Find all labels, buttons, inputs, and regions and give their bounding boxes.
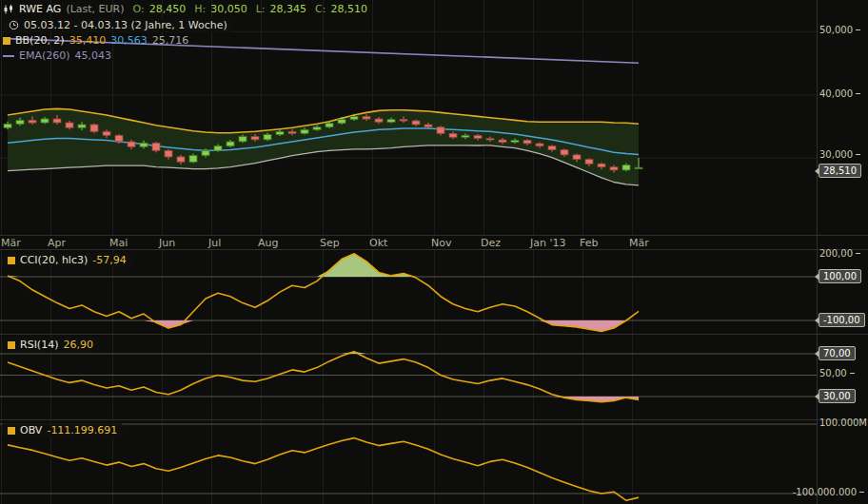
cci-icon: [8, 257, 15, 264]
obv-legend-pill[interactable]: OBV -111.199.691: [2, 423, 123, 437]
month-label: Mai: [109, 237, 128, 249]
open-label: O:: [133, 3, 145, 15]
rsi-value: 26,90: [63, 339, 93, 351]
bb-label: BB(20, 2): [15, 34, 65, 47]
high-value: 30,050: [210, 3, 247, 15]
ema-label: EMA(260): [19, 49, 70, 62]
obv-label: OBV: [20, 424, 42, 436]
axis-tick-label: 50,000: [819, 25, 860, 35]
instrument-icon: [3, 4, 14, 15]
month-label: Jan '13: [530, 237, 565, 249]
date-range-text: 05.03.12 - 04.03.13 (2 Jahre, 1 Woche): [24, 19, 227, 31]
ema-legend-row[interactable]: EMA(260) 45,043: [3, 49, 111, 62]
symbol-name: RWE AG: [19, 3, 61, 15]
date-range-pill[interactable]: 05.03.12 - 04.03.13 (2 Jahre, 1 Woche): [3, 18, 233, 32]
month-label: Okt: [369, 237, 387, 249]
month-label: Feb: [580, 237, 598, 249]
time-axis[interactable]: MärAprMaiJunJulAugSepOktNovDezJan '13Feb…: [0, 236, 817, 250]
axis-tick-label: 40,000: [819, 88, 860, 99]
axis-tick-label: 100.000M: [819, 417, 868, 428]
axis-value-badge: 28,510: [819, 164, 861, 178]
month-label: Apr: [48, 237, 66, 249]
rsi-legend-pill[interactable]: RSI(14) 26,90: [2, 338, 99, 352]
rsi-icon: [8, 341, 15, 349]
low-value: 28,345: [270, 3, 307, 15]
axis-tick-label: 30,000: [819, 149, 860, 160]
cci-label: CCI(20, hlc3): [20, 254, 88, 266]
bb-upper-value: 35,410: [69, 34, 107, 47]
month-label: Aug: [258, 237, 278, 249]
bb-lower-value: 25,716: [152, 34, 189, 47]
divider-cci-rsi: [0, 334, 868, 335]
close-label: C:: [315, 3, 326, 15]
trading-chart-window: MärAprMaiJunJulAugSepOktNovDezJan '13Feb…: [0, 0, 868, 504]
bb-icon: [3, 37, 10, 45]
month-label: Mär: [1, 237, 21, 249]
ema-line-icon: [3, 55, 14, 57]
rsi-label: RSI(14): [20, 339, 58, 351]
bb-legend-row[interactable]: BB(20, 2) 35,410 30,563 25,716: [3, 34, 188, 47]
month-label: Jun: [159, 237, 175, 249]
cci-value: -57,94: [92, 254, 126, 266]
month-label: Nov: [431, 237, 451, 249]
close-value: 28,510: [330, 3, 367, 15]
cci-legend-pill[interactable]: CCI(20, hlc3) -57,94: [2, 253, 132, 267]
axis-tick-label: 200,00: [819, 248, 860, 259]
axis-value-badge: -100,00: [819, 313, 865, 327]
month-label: Jul: [208, 237, 221, 249]
rsi-panel-canvas[interactable]: [0, 335, 868, 419]
divider-rsi-obv: [0, 419, 868, 420]
cci-legend-row[interactable]: CCI(20, hlc3) -57,94: [2, 253, 132, 267]
bb-middle-value: 30,563: [110, 34, 148, 47]
low-label: L:: [256, 3, 266, 15]
month-label: Dez: [481, 237, 501, 249]
open-value: 28,450: [149, 3, 187, 15]
axis-value-badge: 70,00: [819, 346, 856, 360]
date-range-row[interactable]: 05.03.12 - 04.03.13 (2 Jahre, 1 Woche): [3, 18, 233, 32]
axis-tick-label: 50,00: [819, 368, 855, 378]
month-label: Sep: [320, 237, 340, 249]
rsi-legend-row[interactable]: RSI(14) 26,90: [2, 338, 99, 352]
high-label: H:: [194, 3, 206, 15]
obv-legend-row[interactable]: OBV -111.199.691: [2, 423, 123, 437]
obv-value: -111.199.691: [47, 424, 117, 436]
obv-panel-canvas[interactable]: [0, 420, 868, 504]
month-label: Mär: [629, 237, 649, 249]
price-type-label: (Last, EUR): [66, 3, 124, 15]
axis-value-badge: 30,00: [819, 389, 856, 403]
instrument-legend-row[interactable]: RWE AG (Last, EUR) O: 28,450 H: 30,050 L…: [3, 3, 367, 15]
axis-value-badge: 100,00: [819, 269, 861, 283]
clock-icon: [9, 20, 19, 30]
ema-value: 45,043: [75, 49, 112, 62]
axis-tick-label: -100.000.000: [793, 487, 864, 497]
obv-icon: [8, 427, 15, 435]
